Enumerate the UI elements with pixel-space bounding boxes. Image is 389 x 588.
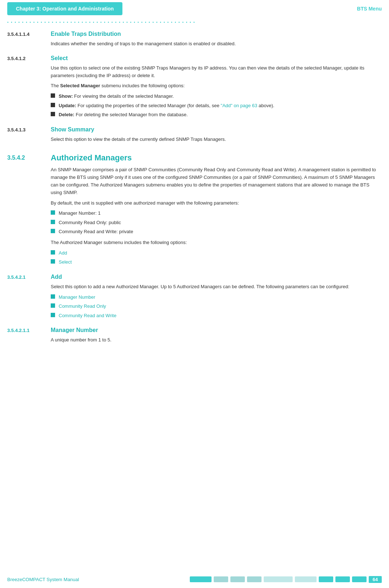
footer-block-7 xyxy=(319,576,333,582)
section-body-35542: Authorized Managers An SNMP Manager comp… xyxy=(51,153,382,269)
bullet-item-manager-num: Manager Number: 1 xyxy=(51,210,382,217)
bullet-square-update xyxy=(51,103,55,107)
section-num-354112: 3.5.4.1.2 xyxy=(7,55,51,122)
section-title-3544211: Manager Number xyxy=(51,327,382,333)
main-content: 3.5.4.1.1.4 Enable Traps Distribution In… xyxy=(0,31,389,380)
bullet-square-community-ro xyxy=(51,220,55,224)
bullet-item-update: Update: For updating the properties of t… xyxy=(51,102,382,109)
dot-separator: • • • • • • • • • • • • • • • • • • • • … xyxy=(0,17,389,27)
footer-title: BreezeCOMPACT System Manual xyxy=(7,577,79,582)
bullet-square-show xyxy=(51,93,55,98)
bullet-item-community-rw-link: Community Read and Write xyxy=(51,312,382,319)
bullet-square-delete xyxy=(51,112,55,116)
dots: • • • • • • • • • • • • • • • • • • • • … xyxy=(7,20,195,24)
section-text-35542-0: An SNMP Manager comprises a pair of SNMP… xyxy=(51,166,382,196)
section-num-3541114: 3.5.4.1.1.4 xyxy=(7,31,51,51)
bullet-text-community-rw: Community Read and Write: private xyxy=(59,228,133,235)
footer-block-1 xyxy=(190,576,212,582)
footer: BreezeCOMPACT System Manual 64 xyxy=(0,571,389,588)
bullet-square-community-rw xyxy=(51,229,55,233)
section-num-3544211: 3.5.4.2.1.1 xyxy=(7,327,51,347)
bullet-square-manager-num xyxy=(51,210,55,215)
header: Chapter 3: Operation and Administration … xyxy=(0,0,389,17)
section-354113: 3.5.4.1.3 Show Summary Select this optio… xyxy=(7,126,382,146)
bullet-item-add: Add xyxy=(51,249,382,257)
section-text-354113-0: Select this option to view the details o… xyxy=(51,136,382,143)
bullet-square-select xyxy=(51,259,55,264)
bullet-item-select: Select xyxy=(51,259,382,266)
footer-block-8 xyxy=(335,576,350,582)
bullet-list-35542-defaults: Manager Number: 1 Community Read Only: p… xyxy=(51,210,382,235)
bullet-item-delete: Delete: For deleting the selected Manage… xyxy=(51,111,382,118)
section-body-3544211: Manager Number A unique number from 1 to… xyxy=(51,327,382,347)
bullet-text-delete: Delete: For deleting the selected Manage… xyxy=(59,111,188,118)
section-text-354421-0: Select this option to add a new Authoriz… xyxy=(51,283,382,291)
section-num-354113: 3.5.4.1.3 xyxy=(7,126,51,146)
bullet-text-community-ro: Community Read Only: public xyxy=(59,219,121,226)
footer-block-3 xyxy=(230,576,245,582)
section-35542: 3.5.4.2 Authorized Managers An SNMP Mana… xyxy=(7,153,382,269)
section-3544211: 3.5.4.2.1.1 Manager Number A unique numb… xyxy=(7,327,382,347)
bullet-square-community-rw-link xyxy=(51,313,55,317)
bullet-text-update: Update: For updating the properties of t… xyxy=(59,102,274,109)
section-354112: 3.5.4.1.2 Select Use this option to sele… xyxy=(7,55,382,122)
bullet-square-manager-number-link xyxy=(51,294,55,299)
section-body-354421: Add Select this option to add a new Auth… xyxy=(51,274,382,323)
bullet-text-community-read-only-link: Community Read Only xyxy=(59,303,106,310)
footer-page: 64 xyxy=(369,576,382,583)
section-354421: 3.5.4.2.1 Add Select this option to add … xyxy=(7,274,382,323)
section-title-354112: Select xyxy=(51,55,382,62)
section-num-354421: 3.5.4.2.1 xyxy=(7,274,51,323)
bullet-item-community-read-only-link: Community Read Only xyxy=(51,303,382,310)
footer-block-9 xyxy=(352,576,367,582)
bullet-text-select: Select xyxy=(59,259,72,266)
section-3541114: 3.5.4.1.1.4 Enable Traps Distribution In… xyxy=(7,31,382,51)
section-title-35542: Authorized Managers xyxy=(51,153,382,163)
section-text-354112-1: The Selected Manager submenu includes th… xyxy=(51,82,382,90)
bullet-text-manager-number-link: Manager Number xyxy=(59,294,95,301)
bullet-list-354112: Show: For viewing the details of the sel… xyxy=(51,93,382,118)
section-text-35542-1: By default, the unit is supplied with on… xyxy=(51,200,382,207)
section-body-3541114: Enable Traps Distribution Indicates whet… xyxy=(51,31,382,51)
bullet-square-add xyxy=(51,250,55,255)
section-label: BTS Menu xyxy=(357,6,382,12)
section-title-3541114: Enable Traps Distribution xyxy=(51,31,382,37)
bullet-text-manager-num: Manager Number: 1 xyxy=(59,210,101,217)
footer-block-2 xyxy=(214,576,228,582)
chapter-label: Chapter 3: Operation and Administration xyxy=(7,2,122,15)
bullet-square-community-read-only-link xyxy=(51,303,55,308)
section-text-35542-submenu: The Authorized Manager submenu includes … xyxy=(51,239,382,247)
bullet-text-show: Show: For viewing the details of the sel… xyxy=(59,93,174,100)
bullet-text-community-rw-link: Community Read and Write xyxy=(59,312,116,319)
section-num-35542: 3.5.4.2 xyxy=(7,153,51,269)
bullet-item-manager-number-link: Manager Number xyxy=(51,294,382,301)
bullet-list-354421: Manager Number Community Read Only Commu… xyxy=(51,294,382,319)
footer-block-5 xyxy=(264,576,293,582)
section-title-354113: Show Summary xyxy=(51,126,382,133)
section-text-354112-0: Use this option to select one of the exi… xyxy=(51,64,382,80)
section-body-354113: Show Summary Select this option to view … xyxy=(51,126,382,146)
section-text-3541114-0: Indicates whether the sending of traps t… xyxy=(51,40,382,48)
section-text-3544211-0: A unique number from 1 to 5. xyxy=(51,336,382,344)
bullet-item-community-ro: Community Read Only: public xyxy=(51,219,382,226)
bullet-text-add: Add xyxy=(59,249,67,257)
footer-block-4 xyxy=(247,576,262,582)
section-body-354112: Select Use this option to select one of … xyxy=(51,55,382,122)
footer-block-6 xyxy=(295,576,317,582)
footer-blocks: 64 xyxy=(190,576,382,583)
bullet-list-35542-submenu: Add Select xyxy=(51,249,382,266)
bullet-item-show: Show: For viewing the details of the sel… xyxy=(51,93,382,100)
section-title-354421: Add xyxy=(51,274,382,280)
bullet-item-community-rw: Community Read and Write: private xyxy=(51,228,382,235)
